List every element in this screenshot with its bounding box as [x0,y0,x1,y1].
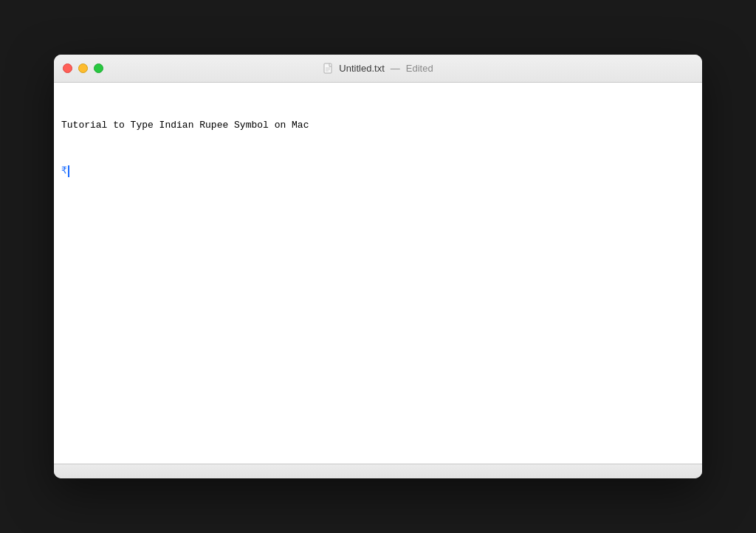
text-body: Tutorial to Type Indian Rupee Symbol on … [61,87,695,210]
svg-rect-0 [324,63,331,73]
rupee-symbol: ₹ [61,164,67,179]
text-editor-window: Untitled.txt — Edited Tutorial to Type I… [54,55,702,478]
minimize-button[interactable] [78,63,88,73]
window-bottom-bar [54,464,702,478]
maximize-button[interactable] [94,63,103,73]
text-cursor [68,165,69,177]
document-icon [323,63,334,75]
window-title: Untitled.txt [339,63,384,74]
window-title-area: Untitled.txt — Edited [323,63,433,75]
title-separator: — [391,63,400,74]
text-editor-content[interactable]: Tutorial to Type Indian Rupee Symbol on … [54,83,702,464]
edited-label: Edited [406,63,433,74]
text-line-1: Tutorial to Type Indian Rupee Symbol on … [61,118,695,134]
text-line-2: ₹ [61,164,695,179]
titlebar: Untitled.txt — Edited [54,55,702,83]
close-button[interactable] [63,63,72,73]
traffic-lights [63,63,103,73]
